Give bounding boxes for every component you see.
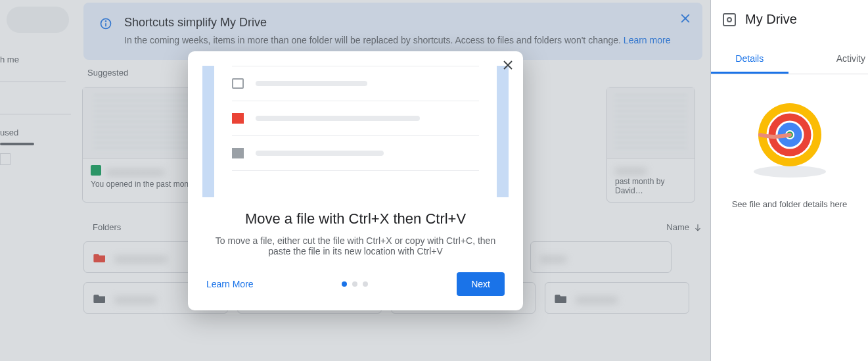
svg-point-6: [754, 166, 826, 178]
image-icon: [232, 113, 244, 124]
folder-icon: [232, 78, 244, 89]
modal-title: Move a file with Ctrl+X then Ctrl+V: [208, 210, 503, 228]
doc-icon: [232, 148, 244, 158]
step-dot[interactable]: [342, 281, 347, 287]
tab-activity[interactable]: Activity: [788, 45, 869, 74]
details-panel-title: My Drive: [745, 12, 797, 27]
step-dot[interactable]: [363, 281, 368, 287]
close-icon[interactable]: [502, 59, 514, 71]
details-panel: My Drive Details Activity See file and f…: [710, 0, 868, 361]
details-illustration: [711, 101, 868, 180]
step-dots: [342, 281, 368, 287]
tab-details[interactable]: Details: [711, 45, 788, 74]
modal-illustration: [188, 51, 523, 197]
learn-more-button[interactable]: Learn More: [206, 279, 254, 289]
details-caption: See file and folder details here: [711, 199, 868, 209]
next-button[interactable]: Next: [457, 272, 505, 296]
step-dot[interactable]: [352, 281, 357, 287]
onboarding-modal: Move a file with Ctrl+X then Ctrl+V To m…: [188, 51, 523, 310]
modal-body: To move a file, either cut the file with…: [214, 235, 497, 256]
modal-overlay: Move a file with Ctrl+X then Ctrl+V To m…: [0, 0, 711, 361]
drive-icon: [723, 13, 736, 26]
